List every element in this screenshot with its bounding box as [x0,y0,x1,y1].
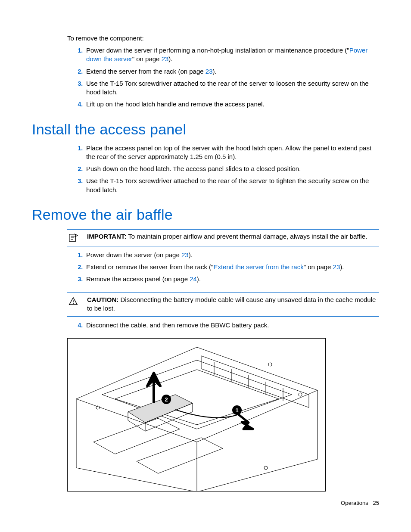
footer-page-number: 25 [373,500,379,506]
list-item: Push down on the hood latch. The access … [84,165,379,173]
list-item: Extend the server from the rack (on page… [84,67,379,76]
important-callout: IMPORTANT: To maintain proper airflow an… [67,229,379,246]
step-text: Lift up on the hood latch handle and rem… [86,100,265,108]
caution-body: Disconnecting the battery module cable w… [87,296,376,312]
important-body: To maintain proper airflow and prevent t… [126,233,367,240]
important-text: IMPORTANT: To maintain proper airflow an… [87,232,379,241]
install-access-panel-steps: Place the access panel on top of the ser… [67,144,379,194]
caution-text: CAUTION: Disconnecting the battery modul… [87,296,379,313]
link-extend-server[interactable]: Extend the server from the rack [213,263,303,271]
heading-remove-air-baffle: Remove the air baffle [32,206,379,223]
step-text: Power down the server (on page [86,251,181,258]
list-item: Lift up on the hood latch handle and rem… [84,100,379,109]
figure-illustration [68,339,326,492]
page-footer: Operations 25 [341,500,379,506]
svg-point-8 [96,406,100,409]
important-label: IMPORTANT: [87,233,126,240]
svg-point-9 [264,466,268,470]
page-ref[interactable]: 23 [181,251,189,258]
svg-point-7 [299,393,302,396]
list-item: Extend or remove the server from the rac… [84,263,379,271]
remove-baffle-steps-b: Disconnect the cable, and then remove th… [67,321,379,330]
step-text: ). [189,251,193,258]
important-icon [67,232,79,243]
list-item: Use the T-15 Torx screwdriver attached t… [84,79,379,97]
list-item: Disconnect the cable, and then remove th… [84,321,379,330]
step-text: Use the T-15 Torx screwdriver attached t… [86,80,369,96]
page-root: To remove the component: Power down the … [0,0,411,532]
step-text: ). [168,55,172,62]
step-text: ). [213,68,217,75]
page-ref[interactable]: 23 [206,68,213,75]
svg-point-5 [73,303,74,304]
figure-bbwc-battery: 2 1 [67,338,326,492]
remove-baffle-steps-a: Power down the server (on page 23). Exte… [67,251,379,284]
remove-component-steps: Power down the server if performing a no… [67,46,379,109]
list-item: Remove the access panel (on page 24). [84,275,379,283]
caution-label: CAUTION: [87,296,118,303]
step-text: ). [197,275,201,283]
heading-install-access-panel: Install the access panel [32,121,379,138]
step-text: Push down on the hood latch. The access … [86,165,301,172]
step-text: Remove the access panel (on page [86,275,190,283]
page-ref[interactable]: 23 [333,263,340,271]
step-text: Use the T-15 Torx screwdriver attached t… [86,177,369,193]
list-item: Use the T-15 Torx screwdriver attached t… [84,177,379,194]
svg-point-6 [268,363,272,366]
page-ref[interactable]: 23 [162,55,169,62]
caution-callout: CAUTION: Disconnecting the battery modul… [67,292,379,317]
step-text: Power down the server if performing a no… [86,47,349,54]
step-text: Extend or remove the server from the rac… [86,263,213,271]
caution-icon [67,296,79,306]
list-item: Place the access panel on top of the ser… [84,144,379,162]
step-text: Disconnect the cable, and then remove th… [86,321,269,329]
step-text: " on page [132,55,162,62]
step-text: Place the access panel on top of the ser… [86,144,371,160]
footer-section: Operations [341,500,368,506]
page-ref[interactable]: 24 [190,275,197,283]
step-text: Extend the server from the rack (on page [86,68,206,75]
step-text: ). [340,263,344,271]
list-item: Power down the server (on page 23). [84,251,379,259]
intro-text: To remove the component: [67,34,379,42]
step-text: " on page [304,263,333,271]
list-item: Power down the server if performing a no… [84,46,379,64]
